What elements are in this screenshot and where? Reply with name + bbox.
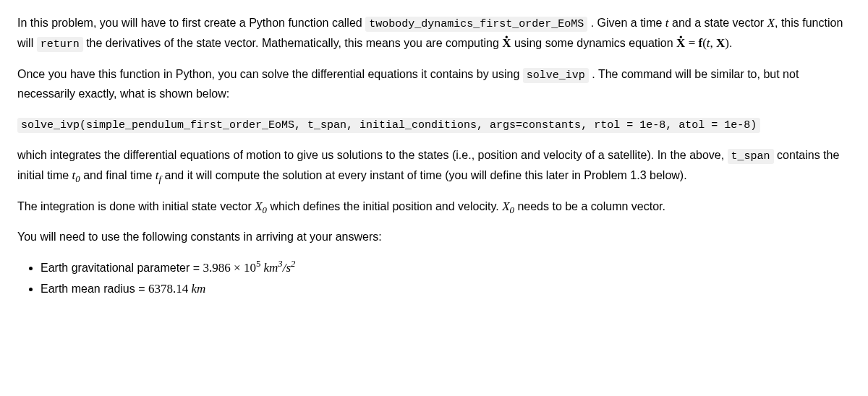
math-var-tf: tf bbox=[156, 168, 161, 182]
code-solve-ivp: solve_ivp bbox=[523, 68, 589, 83]
paragraph-initial-state: The integration is done with initial sta… bbox=[17, 197, 851, 216]
text: and a state vector bbox=[672, 17, 767, 29]
code-function-name: twobody_dynamics_first_order_EoMS bbox=[365, 17, 587, 32]
paragraph-tspan: which integrates the differential equati… bbox=[17, 146, 851, 185]
text: and it will compute the solution at ever… bbox=[164, 169, 686, 181]
code-return: return bbox=[37, 37, 83, 52]
list-item-radius: Earth mean radius = 6378.14 km bbox=[41, 279, 851, 298]
code-t-span: t_span bbox=[728, 149, 774, 164]
math-var-Xdot: X bbox=[502, 33, 511, 53]
math-var-t0: t0 bbox=[72, 168, 80, 182]
constant-radius-value: 6378.14 km bbox=[148, 282, 205, 296]
constants-list: Earth gravitational parameter = 3.986 × … bbox=[17, 258, 851, 298]
text: The integration is done with initial sta… bbox=[17, 200, 255, 212]
math-eq-X: X bbox=[716, 36, 725, 50]
text: the derivatives of the state vector. Mat… bbox=[86, 37, 502, 49]
math-var-X0: X0 bbox=[255, 199, 267, 213]
text: . Given a time bbox=[591, 17, 665, 29]
text: . bbox=[729, 37, 732, 49]
text: using some dynamics equation bbox=[514, 37, 676, 49]
constant-radius-label: Earth mean radius = bbox=[41, 283, 148, 295]
constant-mu-label: Earth gravitational parameter = bbox=[41, 262, 203, 274]
text: which defines the initial position and v… bbox=[270, 200, 502, 212]
text: which integrates the differential equati… bbox=[17, 149, 728, 161]
text: needs to be a column vector. bbox=[517, 200, 665, 212]
math-eq-lhs: X bbox=[676, 33, 685, 53]
math-eq-comma: , bbox=[710, 36, 717, 50]
math-eq-eq: = bbox=[685, 36, 698, 50]
text: and final time bbox=[83, 169, 156, 181]
paragraph-solveivp: Once you have this function in Python, y… bbox=[17, 65, 851, 103]
paragraph-intro: In this problem, you will have to first … bbox=[17, 13, 851, 53]
code-block-example: solve_ivp(simple_pendulum_first_order_Eo… bbox=[17, 115, 851, 134]
text: In this problem, you will have to first … bbox=[17, 17, 365, 29]
math-var-X0-repeat: X0 bbox=[502, 199, 514, 213]
math-var-t: t bbox=[665, 16, 669, 30]
list-item-mu: Earth gravitational parameter = 3.986 × … bbox=[41, 258, 851, 277]
code-solve-ivp-call: solve_ivp(simple_pendulum_first_order_Eo… bbox=[17, 118, 760, 133]
paragraph-constants-intro: You will need to use the following const… bbox=[17, 228, 851, 246]
text: Once you have this function in Python, y… bbox=[17, 68, 523, 80]
math-var-X: X bbox=[767, 16, 775, 30]
constant-mu-value: 3.986 × 105 km3/s2 bbox=[203, 261, 296, 275]
